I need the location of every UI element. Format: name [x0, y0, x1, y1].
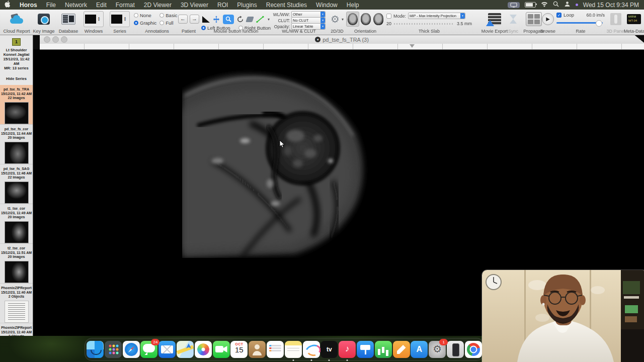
- dock-contacts-icon[interactable]: [249, 341, 266, 358]
- orientation-sagittal-button[interactable]: [372, 12, 384, 26]
- movie-export-button[interactable]: Movie Export: [480, 11, 509, 34]
- battery-icon[interactable]: [525, 2, 536, 8]
- play-icon: ▶: [542, 13, 554, 25]
- running-dot: [329, 359, 330, 361]
- loop-checkbox[interactable]: ✓: [556, 13, 561, 18]
- screen-recording-icon[interactable]: [508, 2, 520, 8]
- spotlight-search-icon[interactable]: [553, 1, 559, 9]
- menu-recent-studies[interactable]: Recent Studies: [262, 2, 311, 9]
- annotations-none-radio[interactable]: None: [134, 13, 156, 18]
- series-item[interactable]: t1_tse_cor 15/12/23, 11:49 AM 20 Images: [0, 204, 33, 244]
- mode-checkbox[interactable]: [386, 14, 391, 19]
- dock-launchpad-icon[interactable]: [105, 341, 122, 358]
- meta-data-button[interactable]: Meta-Data: [624, 11, 644, 34]
- dock-pages-icon[interactable]: [393, 341, 410, 358]
- menu-horos[interactable]: Horos: [15, 2, 42, 9]
- series-item[interactable]: t2_tse_cor 15/12/23, 11:51 AM 20 Images: [0, 244, 33, 284]
- dock-apple-tv-icon[interactable]: tv: [320, 341, 338, 358]
- sync-button[interactable]: Sync: [506, 11, 520, 34]
- dock-music-icon[interactable]: ♪: [339, 341, 356, 358]
- stepper-icon: ▾: [320, 12, 325, 17]
- apple-menu-icon[interactable]: [0, 1, 15, 9]
- rate-slider[interactable]: [556, 22, 603, 24]
- dock-photos-icon[interactable]: [195, 341, 212, 358]
- axial-brain-icon: [348, 13, 358, 25]
- coronal-brain-icon: [361, 13, 371, 25]
- annotations-graphic-radio[interactable]: Graphic: [134, 20, 156, 26]
- menu-roi[interactable]: ROI: [213, 2, 232, 9]
- hide-series-button[interactable]: Hide Series: [0, 76, 33, 81]
- dock-messages-icon[interactable]: 24: [140, 341, 157, 358]
- series-dropdown[interactable]: ▲▼ Series: [108, 11, 132, 34]
- menu-3d-viewer[interactable]: 3D Viewer: [176, 2, 213, 9]
- slider-thumb[interactable]: [410, 44, 415, 48]
- dock-calendar-icon[interactable]: OCT15: [230, 341, 248, 358]
- series-item[interactable]: pd_tse_fs_TRA 15/12/23, 11:42 AM 22 Imag…: [0, 85, 33, 125]
- wifi-icon[interactable]: [541, 2, 548, 9]
- menu-help[interactable]: Help: [342, 2, 364, 9]
- 3d-panel-button[interactable]: 3D Panel: [606, 11, 626, 34]
- running-dot: [310, 359, 312, 361]
- dock-maps-icon[interactable]: [177, 341, 194, 358]
- wlww-clut-group: WL/WW: Other▾ CLUT: No CLUT▾ Opacity: Li…: [272, 11, 326, 34]
- dock-mail-icon[interactable]: [158, 341, 176, 358]
- running-dot: [292, 359, 294, 361]
- menu-2d-viewer[interactable]: 2D Viewer: [139, 2, 176, 9]
- rate-group: ✓ Loop 60.0 im/s Rate: [556, 11, 605, 34]
- menu-plugins[interactable]: Plugins: [232, 2, 261, 9]
- series-thumbnail: [111, 15, 122, 24]
- stepper-icon: ▲▼: [97, 15, 101, 23]
- series-item[interactable]: pd_tse_fs_SAG 15/12/23, 11:46 AM 22 Imag…: [0, 164, 33, 204]
- webcam-overlay: [482, 270, 644, 362]
- menu-format[interactable]: Format: [111, 2, 139, 9]
- 2d3d-button[interactable]: ⚙▾ 2D/3D: [326, 11, 348, 34]
- dock-iphone-mirroring-icon[interactable]: [447, 341, 464, 358]
- thick-slab-mode-select[interactable]: MIP - Max Intensity Projection▾: [408, 13, 465, 19]
- sync-hourglass-icon: [510, 15, 517, 24]
- dock-app-store-icon[interactable]: A: [411, 341, 428, 358]
- windows-thumbnail: [85, 15, 96, 24]
- windows-dropdown[interactable]: ▲▼ Windows: [82, 11, 106, 34]
- viewer-title-bar[interactable]: ▾ pd_tse_fs_TRA (3): [40, 35, 644, 44]
- browse-button[interactable]: ▶ Browse: [538, 11, 557, 34]
- menu-window[interactable]: Window: [311, 2, 342, 9]
- dock-notes-icon[interactable]: [285, 341, 302, 358]
- dock-chrome-icon[interactable]: [465, 341, 482, 358]
- messages-badge: 24: [151, 339, 159, 345]
- image-position-slider[interactable]: [40, 44, 644, 50]
- slab-thickness-value: 3.5 mm: [457, 21, 472, 26]
- previous-patient-button[interactable]: ←: [178, 15, 188, 24]
- database-button[interactable]: Database: [56, 11, 80, 34]
- control-center-user-icon[interactable]: [564, 1, 571, 9]
- dock-reminders-icon[interactable]: [267, 341, 284, 358]
- slab-thickness-slider[interactable]: [394, 23, 454, 25]
- focus-status-dot: [576, 4, 578, 6]
- dock-facetime-icon[interactable]: [213, 341, 230, 358]
- dock-keynote-icon[interactable]: [357, 341, 374, 358]
- annotations-group: None Basic Graphic Full Annotations: [134, 11, 180, 34]
- next-patient-button[interactable]: →: [190, 15, 199, 24]
- cloud-report-button[interactable]: Cloud Report: [2, 11, 31, 34]
- menu-bar: Horos File Network Edit Format 2D Viewer…: [0, 0, 644, 10]
- menu-file[interactable]: File: [42, 2, 60, 9]
- dock-freeform-icon[interactable]: [303, 341, 320, 358]
- dock-system-settings-icon[interactable]: 1⚙: [429, 341, 446, 358]
- series-item[interactable]: pd_tse_fs_cor 15/12/23, 11:44 AM 20 Imag…: [0, 125, 33, 164]
- menu-clock[interactable]: Wed 15 Oct 9:34 PM: [583, 2, 639, 9]
- dock-finder-icon[interactable]: [87, 341, 104, 358]
- series-thumbnail: [5, 261, 29, 283]
- key-image-button[interactable]: Key Image: [31, 11, 56, 34]
- rate-value: 60.0 im/s: [586, 13, 605, 18]
- series-thumbnail: [5, 102, 29, 124]
- menu-network[interactable]: Network: [60, 2, 92, 9]
- series-item[interactable]: PhoenixZIPReport 15/12/23, 11:40 AM 2 Ob…: [0, 284, 33, 323]
- series-item[interactable]: PhoenixZIPReport 15/12/23, 11:40 AM 2 Ob…: [0, 323, 33, 336]
- rate-slider-knob[interactable]: [596, 20, 602, 27]
- dock-safari-icon[interactable]: [123, 341, 140, 358]
- orientation-coronal-button[interactable]: [360, 12, 372, 26]
- orientation-axial-button[interactable]: [346, 12, 359, 27]
- dock: 24 OCT15 tv ♪ A 1⚙: [85, 338, 484, 361]
- menu-edit[interactable]: Edit: [92, 2, 111, 9]
- series-disclosure-icon[interactable]: ▾: [315, 37, 320, 42]
- dock-numbers-icon[interactable]: [375, 341, 392, 358]
